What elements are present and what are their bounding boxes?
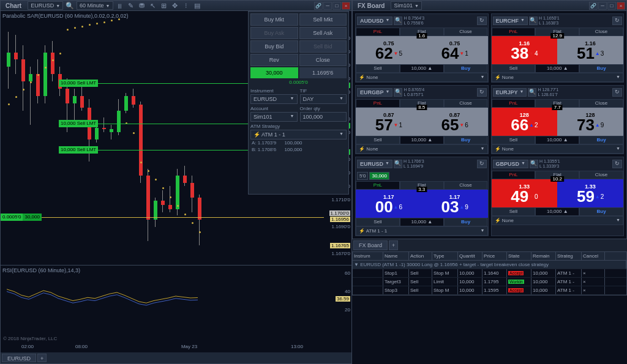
fx-symbol[interactable]: GBPUSD ▼ [493,160,528,168]
link-icon[interactable]: 🔗 [314,2,323,10]
refresh-icon[interactable]: ↻ [612,88,622,97]
sell-button[interactable]: 0.7562▼5 [356,36,422,64]
fx-symbol[interactable]: EURUSD ▼ [357,160,392,168]
settings-icon[interactable]: ⁝ [182,1,190,10]
column-header[interactable]: Quantit [458,252,482,260]
search-icon[interactable]: 🔍 [530,160,538,168]
orderqty-field[interactable]: 100,000 [300,112,347,122]
order-row[interactable]: Stop3SellStop M10,0001.1595Accept10,000A… [353,286,626,295]
search-icon[interactable]: 🔍 [528,88,536,97]
database-icon[interactable]: ⛃ [138,1,146,10]
fxboard-tab[interactable]: FX Board [353,240,388,250]
order-row[interactable]: Stop1SellStop M10,0001.1640Accept10,000A… [353,269,626,278]
qty-field[interactable]: 10,000 ▲ [400,218,444,226]
column-header[interactable]: Remain [531,252,556,260]
instrument-select[interactable]: EURUSD▼ [250,94,298,104]
search-icon[interactable]: 🔍 [529,17,538,25]
close-tab[interactable]: Close [579,99,623,108]
sell-button[interactable]: 1.1700▲6 [356,190,422,218]
symbol-dropdown[interactable]: EURUSD▼ [28,1,63,10]
refresh-icon[interactable]: ↻ [477,17,487,25]
cancel-order-button[interactable]: × [582,269,605,277]
sell-button[interactable]: 12866▲2 [492,108,558,136]
close-tab[interactable]: Close [444,99,488,108]
buy-ask-button[interactable]: Buy Ask [250,27,298,39]
cancel-order-button[interactable]: × [582,278,605,286]
column-header[interactable]: Instrum [353,252,383,260]
fx-account-dropdown[interactable]: Sim101▼ [391,1,421,10]
zoom-icon[interactable]: ⊞ [160,1,168,10]
atm-select[interactable]: ⚡ None▼ [492,144,624,154]
search-icon[interactable]: 🔍 [394,17,402,25]
indicators-icon[interactable]: ⫼ [116,1,124,10]
search-icon[interactable]: 🔍 [394,160,402,168]
refresh-icon[interactable]: ↻ [477,88,487,97]
sell-button[interactable]: 1.1638▼4 [492,36,558,64]
add-tab-button[interactable]: + [389,240,398,250]
pnl-tab[interactable]: PnL [492,99,536,108]
refresh-icon[interactable]: ↻ [477,160,487,168]
maximize-button[interactable]: □ [607,2,616,10]
fx-symbol[interactable]: EURCHF ▼ [493,17,528,25]
maximize-button[interactable]: □ [332,2,341,10]
close-tab[interactable]: Close [444,28,488,36]
column-header[interactable]: Cancel [582,252,605,260]
buy-button[interactable]: 1.1703▲9 [422,190,488,218]
draw-icon[interactable]: ✎ [127,1,135,10]
column-header[interactable]: Price [482,252,507,260]
buy-button[interactable]: 0.8765▼6 [422,108,488,136]
atm-select[interactable]: ⚡ None▼ [492,73,624,82]
link-icon[interactable]: 🔗 [589,2,598,10]
account-select[interactable]: Sim101▼ [250,112,298,122]
rev-button[interactable]: Rev [250,54,298,66]
column-header[interactable]: Action [409,252,432,260]
sell-mkt-button[interactable]: Sell Mkt [299,13,347,26]
pnl-tab[interactable]: PnL [356,99,400,108]
fx-symbol[interactable]: AUDUSD ▼ [357,17,392,25]
sell-ask-button[interactable]: Sell Ask [299,27,347,39]
qty-field[interactable]: 30,000 [250,67,298,78]
sell-button[interactable]: 1.3349▼0 [492,179,558,207]
trade-toggle-icon[interactable]: ▤ [193,1,201,10]
pnl-tab[interactable]: PnL [356,28,400,36]
fx-symbol[interactable]: EURJPY ▼ [493,88,527,97]
close-button[interactable]: × [617,2,625,10]
close-button[interactable]: Close [299,54,347,66]
column-header[interactable]: State [507,252,531,260]
pnl-tab[interactable]: PnL [492,171,536,179]
close-tab[interactable]: Close [579,171,623,179]
atm-select[interactable]: ⚡ ATM 1 - 1▼ [356,226,488,236]
buy-button[interactable]: 1.3359▲2 [557,179,623,207]
buy-bid-button[interactable]: Buy Bid [250,40,298,53]
add-tab-button[interactable]: + [37,354,47,362]
column-header[interactable]: Strateg [556,252,582,260]
refresh-icon[interactable]: ↻ [612,160,622,168]
close-button[interactable]: × [342,2,350,10]
atm-select[interactable]: ⚡ None▼ [356,144,488,154]
arrow-icon[interactable]: ↖ [149,1,157,10]
chart-tab[interactable]: EURUSD [2,354,36,362]
qty-field[interactable]: 10,000 ▲ [535,136,579,144]
sell-button[interactable]: 0.8757▼1 [356,108,422,136]
timeframe-dropdown[interactable]: 60 Minute▼ [77,1,113,10]
minimize-button[interactable]: ─ [323,2,332,10]
qty-field[interactable]: 10,000 ▲ [400,64,444,73]
buy-button[interactable]: 0.7564▼1 [422,36,488,64]
qty-field[interactable]: 10,000 ▲ [535,207,579,216]
buy-mkt-button[interactable]: Buy Mkt [250,13,298,26]
close-tab[interactable]: Close [444,181,488,190]
atm-select[interactable]: ⚡ None▼ [356,73,488,82]
qty-field[interactable]: 10,000 ▲ [535,64,579,73]
column-header[interactable]: Name [383,252,409,260]
pnl-tab[interactable]: PnL [492,28,536,36]
minimize-button[interactable]: ─ [598,2,607,10]
qty-field[interactable]: 10,000 ▲ [400,136,444,144]
search-icon[interactable]: 🔍 [394,88,402,97]
refresh-icon[interactable]: ↻ [612,17,622,25]
atm-select[interactable]: ⚡ ATM 1 - 1▼ [250,130,347,139]
search-icon[interactable]: 🔍 [66,1,74,10]
column-header[interactable]: Type [432,252,458,260]
pan-icon[interactable]: ✥ [171,1,179,10]
tif-select[interactable]: DAY▼ [300,94,347,104]
fx-symbol[interactable]: EURGBP ▼ [357,88,392,97]
